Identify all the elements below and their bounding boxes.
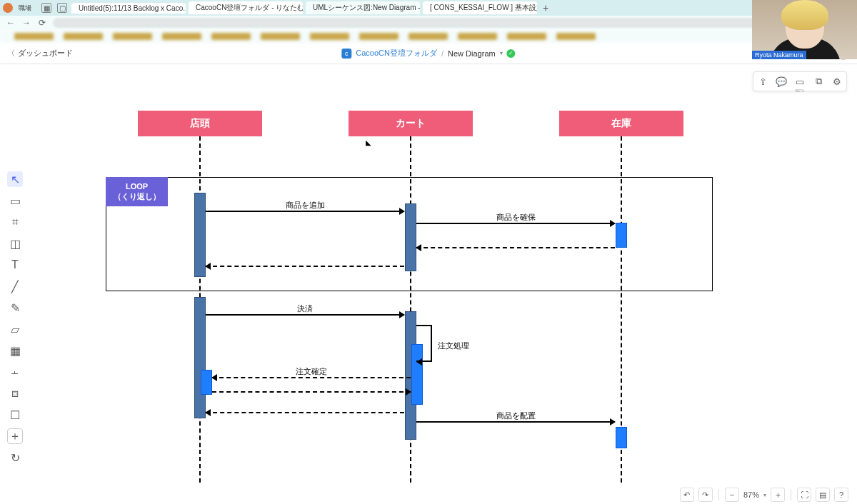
select-tool-icon[interactable]: ↖ bbox=[7, 171, 23, 187]
activation-bar[interactable] bbox=[616, 223, 627, 248]
tab-label: Untitled(5):11/13 Backlog x Caco... bbox=[79, 4, 186, 12]
tab-label: [ CONS_KESSAI_FLOW ] 基本設定 ... bbox=[430, 3, 537, 13]
participant-label: 在庫 bbox=[611, 117, 631, 130]
align-tool-icon[interactable]: ⫠ bbox=[7, 364, 23, 380]
bookmarks-bar bbox=[0, 30, 857, 43]
bottom-bar: ↶ ↷ − 87% ▾ ＋ ⛶ ▤ ? bbox=[0, 485, 857, 504]
frame-tool-icon[interactable]: ☐ bbox=[7, 407, 23, 423]
loop-subtitle: （くり返し） bbox=[111, 191, 162, 201]
message-label: 注文処理 bbox=[438, 341, 469, 351]
browser-tab[interactable]: CacooCN登壇フォルダ - りなたむ - C...× bbox=[189, 1, 303, 14]
activation-bar[interactable] bbox=[194, 193, 206, 277]
zoom-level: 87% bbox=[743, 490, 759, 499]
stencil-tool-icon[interactable]: ◫ bbox=[7, 236, 23, 251]
zoom-in-button[interactable]: ＋ bbox=[771, 488, 785, 502]
activation-bar[interactable] bbox=[405, 203, 416, 271]
line-tool-icon[interactable]: ╱ bbox=[7, 278, 23, 294]
zoom-out-button[interactable]: − bbox=[725, 488, 739, 502]
browser-tab-active[interactable]: UMLシーケンス図:New Diagram - C...× bbox=[306, 1, 420, 14]
message-label: 商品を追加 bbox=[206, 200, 404, 211]
speaker-name: Ryota Nakamura bbox=[752, 51, 806, 59]
browser-address-bar: ← → ⟳ ⊘ A゛ ☆ ⟳ bbox=[0, 16, 857, 30]
redo-button[interactable]: ↷ bbox=[698, 488, 713, 502]
breadcrumb-sep: / bbox=[441, 49, 443, 58]
nav-fwd-icon[interactable]: → bbox=[21, 18, 31, 28]
history-tool-icon[interactable]: ↻ bbox=[7, 450, 23, 465]
diagram-canvas[interactable]: 店頭 カート 在庫 LOOP （くり返し） 商品を追加 商品を確保 決済 注文処… bbox=[29, 64, 857, 483]
browser-tab-bar: 職場 ▦ ▢ Untitled(5):11/13 Backlog x Caco.… bbox=[0, 0, 857, 16]
participant-head[interactable]: カート bbox=[349, 111, 473, 136]
workspace-icon[interactable]: ▦ bbox=[41, 3, 51, 13]
video-pip[interactable]: Ryota Nakamura bbox=[752, 0, 857, 59]
shapes-tool-icon[interactable]: ⌗ bbox=[7, 214, 23, 230]
message-label: 商品を配置 bbox=[416, 410, 615, 421]
message-label: 商品を確保 bbox=[416, 212, 615, 223]
message-label: 注文確定 bbox=[212, 366, 411, 377]
left-toolbar: ↖ ▭ ⌗ ◫ T ╱ ✎ ▱ ▦ ⫠ ⧈ ☐ ＋ ↻ bbox=[6, 171, 24, 465]
app-header: 〈 ダッシュボード c CacooCN登壇フォルダ / New Diagram … bbox=[0, 43, 857, 64]
loop-frame-label: LOOP （くり返し） bbox=[106, 177, 168, 206]
help-button[interactable]: ? bbox=[834, 488, 848, 502]
browser-tab[interactable]: [ CONS_KESSAI_FLOW ] 基本設定 ...× bbox=[423, 1, 537, 14]
saved-indicator-icon: ✓ bbox=[507, 49, 516, 58]
participant-head[interactable]: 店頭 bbox=[138, 111, 262, 136]
browser-tab[interactable]: Untitled(5):11/13 Backlog x Caco...× bbox=[71, 3, 186, 14]
tab-label: CacooCN登壇フォルダ - りなたむ - C... bbox=[196, 3, 303, 13]
loop-title: LOOP bbox=[111, 181, 162, 191]
pencil-tool-icon[interactable]: ✎ bbox=[7, 300, 23, 316]
activation-bar[interactable] bbox=[194, 297, 206, 418]
chevron-left-icon[interactable]: 〈 bbox=[7, 48, 15, 59]
table-tool-icon[interactable]: ▦ bbox=[7, 343, 23, 358]
url-field[interactable] bbox=[53, 18, 788, 28]
tab-label: UMLシーケンス図:New Diagram - C... bbox=[313, 3, 420, 13]
participant-label: カート bbox=[396, 117, 426, 130]
participant-label: 店頭 bbox=[190, 117, 210, 130]
text-tool-icon[interactable]: T bbox=[7, 257, 23, 273]
app-logo-icon: c bbox=[341, 49, 351, 59]
cursor-icon: ◣ bbox=[366, 138, 371, 146]
profile-name: 職場 bbox=[19, 4, 31, 13]
minimap-button[interactable]: ▤ bbox=[816, 488, 830, 502]
nav-back-icon[interactable]: ← bbox=[6, 18, 16, 28]
doc-name[interactable]: New Diagram bbox=[448, 49, 496, 58]
chevron-down-icon[interactable]: ▾ bbox=[500, 50, 503, 56]
rect-tool-icon[interactable]: ▭ bbox=[7, 193, 23, 208]
fit-button[interactable]: ⛶ bbox=[797, 488, 811, 502]
note-tool-icon[interactable]: ▱ bbox=[7, 321, 23, 337]
undo-button[interactable]: ↶ bbox=[680, 488, 694, 502]
reload-icon[interactable]: ⟳ bbox=[37, 18, 47, 28]
add-tool-icon[interactable]: ＋ bbox=[7, 428, 23, 444]
components-tool-icon[interactable]: ⧈ bbox=[7, 385, 23, 401]
activation-bar[interactable] bbox=[616, 427, 627, 448]
participant-head[interactable]: 在庫 bbox=[559, 111, 683, 136]
chevron-down-icon[interactable]: ▾ bbox=[763, 492, 766, 498]
dashboard-link[interactable]: ダッシュボード bbox=[18, 48, 73, 59]
breadcrumb-folder[interactable]: CacooCN登壇フォルダ bbox=[356, 48, 437, 59]
tabgroup-icon[interactable]: ▢ bbox=[57, 3, 67, 13]
activation-bar[interactable] bbox=[201, 370, 212, 395]
new-tab-button[interactable]: + bbox=[540, 2, 551, 14]
message-label: 決済 bbox=[206, 303, 404, 314]
profile-icon[interactable] bbox=[3, 3, 13, 13]
